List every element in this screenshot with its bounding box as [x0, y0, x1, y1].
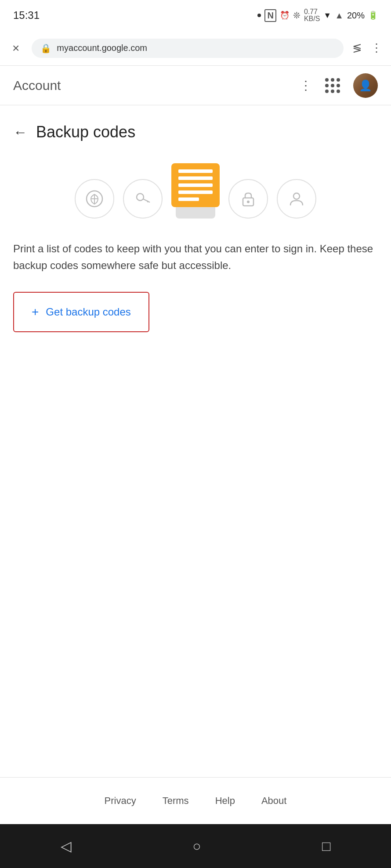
avatar[interactable]: 👤	[353, 73, 378, 98]
page-title: Backup codes	[36, 123, 135, 141]
menu-icon[interactable]: ⋮	[371, 41, 382, 55]
status-icons: N ⏰ ❊ 0.77KB/S ▼ ▲ 20% 🔋	[257, 8, 378, 22]
status-dot	[257, 14, 261, 17]
description: Print a list of codes to keep with you t…	[0, 223, 391, 287]
footer-privacy[interactable]: Privacy	[105, 795, 136, 807]
bluetooth-icon: ❊	[293, 10, 300, 21]
lock-icon: 🔒	[40, 43, 51, 54]
footer-terms[interactable]: Terms	[163, 795, 189, 807]
get-codes-label: Get backup codes	[46, 306, 130, 318]
account-title: Account	[13, 78, 61, 93]
key-icon	[123, 179, 163, 219]
description-text: Print a list of codes to keep with you t…	[13, 243, 373, 271]
privacy-icon	[75, 179, 114, 219]
icon-row	[0, 150, 391, 223]
svg-point-8	[293, 193, 300, 199]
icon-base	[176, 205, 215, 219]
bottom-nav: ◁ ○ □	[0, 824, 391, 868]
home-nav-button[interactable]: ○	[185, 831, 208, 861]
svg-line-4	[143, 199, 150, 202]
nfc-icon: N	[264, 9, 276, 22]
plus-icon: +	[32, 305, 39, 319]
page-header: ← Backup codes	[0, 105, 391, 150]
address-bar[interactable]: 🔒 myaccount.google.com	[32, 39, 344, 58]
signal-icon: ▲	[335, 11, 344, 21]
lock-security-icon	[228, 179, 268, 219]
top-nav: Account ⋮ 👤	[0, 66, 391, 105]
svg-point-7	[247, 201, 250, 203]
wifi-icon: ▼	[323, 11, 331, 20]
apps-grid-icon[interactable]	[325, 78, 340, 93]
alarm-icon: ⏰	[280, 11, 290, 20]
back-nav-button[interactable]: ◁	[54, 831, 79, 861]
status-time: 15:31	[13, 9, 40, 22]
back-button[interactable]: ←	[13, 124, 27, 140]
nav-icons: ⋮ 👤	[300, 73, 378, 98]
footer-about[interactable]: About	[261, 795, 287, 807]
content-spacer	[0, 345, 391, 777]
svg-point-3	[137, 194, 144, 201]
recents-nav-button[interactable]: □	[315, 831, 337, 861]
footer-help[interactable]: Help	[215, 795, 235, 807]
browser-bar: × 🔒 myaccount.google.com ≶ ⋮	[0, 31, 391, 66]
url-text: myaccount.google.com	[57, 43, 147, 53]
person-icon	[277, 179, 316, 219]
backup-codes-icon	[171, 163, 220, 207]
more-options-icon[interactable]: ⋮	[300, 78, 312, 93]
browser-actions: ≶ ⋮	[352, 41, 382, 55]
close-button[interactable]: ×	[9, 38, 23, 59]
battery-level: 20%	[347, 11, 365, 21]
battery-icon: 🔋	[368, 11, 378, 20]
get-backup-codes-button[interactable]: + Get backup codes	[13, 292, 149, 332]
speed-icon: 0.77KB/S	[304, 8, 320, 22]
backup-codes-icon-container	[171, 163, 220, 219]
share-icon[interactable]: ≶	[352, 41, 362, 55]
status-bar: 15:31 N ⏰ ❊ 0.77KB/S ▼ ▲ 20% 🔋	[0, 0, 391, 31]
footer: Privacy Terms Help About	[0, 777, 391, 824]
